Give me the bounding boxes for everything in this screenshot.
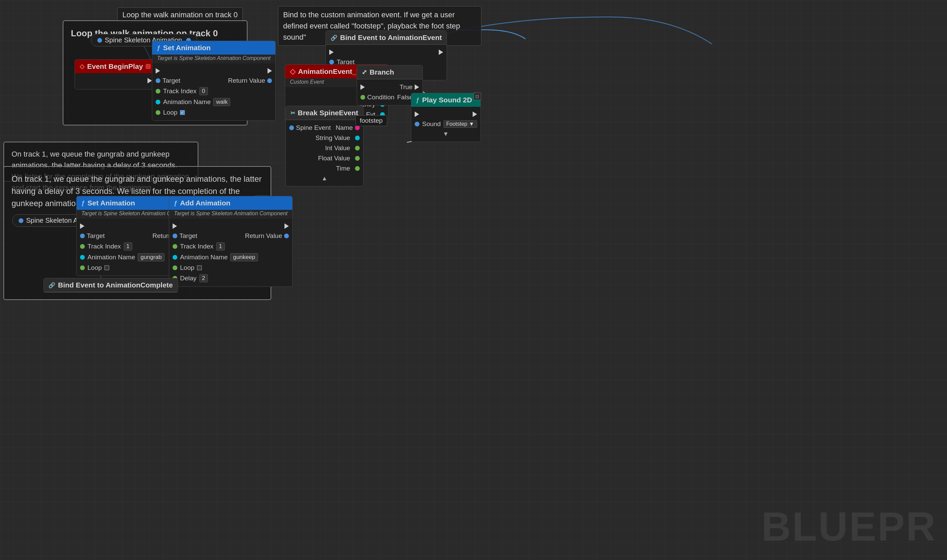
break-spine-floatval-row: Float Value (286, 153, 363, 163)
branch-exec-row: True (357, 82, 422, 92)
event-exec-out (148, 77, 152, 85)
add-anim-subtitle: Target is Spine Skeleton Animation Compo… (169, 210, 292, 218)
break-spine-strval-label: String Value (315, 134, 350, 142)
break-spine-header: ✂ Break SpineEvent (286, 106, 363, 120)
add-anim-loop-checkbox[interactable] (197, 265, 202, 270)
add-anim-exec-row (169, 222, 292, 231)
play-sound-sound-label: Sound (422, 120, 441, 128)
break-spine-time-label: Time (336, 165, 350, 172)
break-spine-expand-row: ▲ (286, 174, 363, 183)
break-spine-label: Break SpineEvent (298, 109, 359, 117)
event-begin-play-body (75, 73, 155, 89)
set-anim-2-loop-checkbox[interactable] (105, 265, 109, 270)
set-anim-2-animname-value[interactable]: gungrab (138, 253, 164, 262)
func-icon-3: ƒ (174, 200, 177, 207)
set-anim-1-exec-row (152, 66, 275, 75)
event-begin-play-node: ◇ Event BeginPlay (75, 59, 156, 89)
set-anim-2-loop-label: Loop (88, 264, 102, 272)
add-anim-loop-row: Loop (169, 263, 292, 273)
set-anim-1-animname-value[interactable]: walk (213, 98, 230, 106)
set-anim-1-loop-row: Loop (152, 108, 275, 118)
add-animation-node: ƒ Add Animation Target is Spine Skeleton… (169, 196, 293, 287)
set-anim-1-track-label: Track Index (163, 88, 197, 95)
set-anim-2-target-label: Target (87, 232, 105, 240)
set-anim-1-header: ƒ Set Animation (152, 41, 275, 55)
bind-icon: 🔗 (331, 35, 337, 41)
add-anim-track-value[interactable]: 1 (216, 242, 225, 251)
branch-cond-pin (360, 95, 365, 100)
add-anim-return-pin (284, 234, 289, 238)
bind-event-label: Bind Event to AnimationEvent (340, 34, 442, 42)
play-sound-sound-value[interactable]: Footstep ▼ (443, 120, 477, 128)
footstep-input-node[interactable]: footstep (355, 115, 387, 126)
break-spine-strval-row: String Value (286, 133, 363, 143)
play-sound-expand-row: ▼ (411, 129, 480, 139)
event-icon: ◇ (80, 63, 85, 70)
break-spine-event-in-pin (289, 125, 294, 130)
set-anim-1-subtitle: Target is Spine Skeleton Animation Compo… (152, 55, 275, 63)
bind-event-target-pin (329, 60, 334, 65)
add-anim-track-pin (172, 244, 177, 249)
add-anim-delay-value[interactable]: 2 (199, 274, 208, 282)
set-animation-1-node: ƒ Set Animation Target is Spine Skeleton… (152, 41, 276, 121)
branch-icon: ⤢ (362, 68, 367, 76)
play-sound-body: Sound Footstep ▼ ▼ (411, 107, 480, 142)
set-anim-1-target-row: Target Return Value (152, 75, 275, 86)
break-spine-intval-pin (355, 146, 360, 151)
add-anim-return-label: Return Value (245, 232, 282, 240)
add-anim-delay-row: Delay 2 (169, 273, 292, 284)
bind-complete-icon: 🔗 (48, 282, 55, 288)
break-spine-time-pin (355, 166, 360, 171)
play-sound-icon: ƒ (416, 97, 419, 104)
play-sound-sound-pin (415, 122, 419, 126)
play-sound-expand-icon[interactable]: ▼ (443, 131, 449, 138)
play-sound-corner-icon: ⊡ (474, 92, 481, 100)
set-anim-1-return-pin (267, 78, 272, 83)
add-anim-label: Add Animation (180, 199, 231, 207)
break-spine-strval-pin (355, 135, 360, 140)
spine-anim-2-out-pin (18, 218, 23, 223)
play-sound-label: Play Sound 2D (422, 96, 472, 104)
add-anim-animname-value[interactable]: gunkeep (230, 253, 258, 262)
add-anim-animname-label: Animation Name (180, 254, 228, 261)
event-red-badge (146, 64, 151, 69)
event-begin-play-label: Event BeginPlay (87, 62, 143, 71)
break-spine-floatval-pin (355, 156, 360, 161)
set-anim-1-animname-pin (156, 100, 160, 105)
play-sound-2d-node: ⊡ ƒ Play Sound 2D Sound Footstep ▼ ▼ (411, 93, 481, 142)
set-anim-1-body: Target Return Value Track Index 0 Animat… (152, 63, 275, 120)
break-spine-intval-row: Int Value (286, 143, 363, 153)
event-begin-play-exec-row (75, 76, 155, 86)
set-anim-1-exec-out (268, 68, 272, 74)
break-spine-name-pin (355, 125, 360, 130)
func-icon-2: ƒ (82, 200, 85, 207)
set-anim-1-label: Set Animation (163, 44, 211, 52)
set-anim-1-track-value[interactable]: 0 (199, 87, 208, 95)
branch-exec-in (360, 85, 365, 90)
set-anim-2-track-label: Track Index (88, 243, 121, 250)
set-anim-1-loop-checkbox[interactable] (180, 110, 185, 115)
play-sound-exec-in (415, 112, 419, 117)
set-anim-1-track-row: Track Index 0 (152, 86, 275, 97)
footstep-input-label: footstep (360, 117, 383, 124)
break-spine-expand-icon[interactable]: ▲ (322, 175, 328, 182)
add-anim-body: Target Return Value Track Index 1 Animat… (169, 218, 292, 286)
watermark-text: BLUEPR (762, 503, 937, 550)
add-anim-track-row: Track Index 1 (169, 241, 292, 252)
break-spine-floatval-label: Float Value (318, 155, 350, 162)
add-anim-delay-label: Delay (180, 275, 197, 282)
bind-event-exec-out (439, 49, 443, 55)
set-anim-2-animname-label: Animation Name (88, 254, 135, 261)
set-anim-1-loop-pin (156, 110, 160, 115)
play-sound-sound-row: Sound Footstep ▼ (411, 119, 480, 129)
branch-false-label: False (397, 94, 413, 101)
set-anim-2-track-value[interactable]: 1 (124, 242, 132, 251)
break-spine-time-row: Time (286, 163, 363, 174)
add-anim-target-pin (172, 234, 177, 238)
set-anim-2-label: Set Animation (88, 199, 135, 207)
add-anim-target-row: Target Return Value (169, 231, 292, 241)
play-sound-header: ƒ Play Sound 2D (411, 93, 480, 107)
set-anim-2-animname-pin (80, 255, 85, 260)
break-spine-name-label: Name (336, 124, 353, 132)
break-spine-event-row: Spine Event Name (286, 123, 363, 133)
